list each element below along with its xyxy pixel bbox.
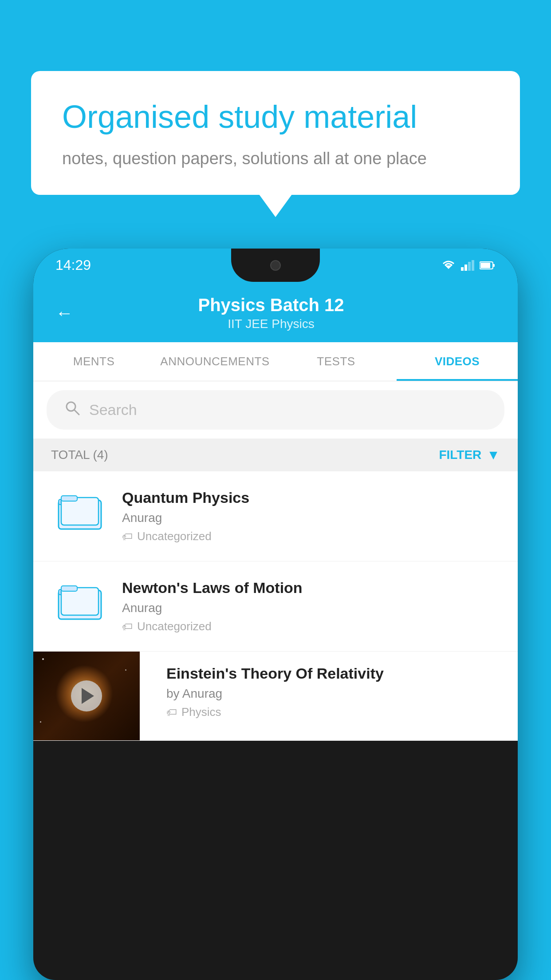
folder-thumbnail-1 <box>51 489 109 533</box>
speech-bubble-headline: Organised study material <box>62 98 489 136</box>
folder-thumbnail-2 <box>51 579 109 624</box>
video-tag-2: 🏷 Uncategorized <box>122 620 500 633</box>
tag-icon-1: 🏷 <box>122 530 133 543</box>
video-tag-3: 🏷 Physics <box>166 705 504 719</box>
video-title-1: Quantum Physics <box>122 489 500 506</box>
video-author-2: Anurag <box>122 601 500 615</box>
video-info-2: Newton's Laws of Motion Anurag 🏷 Uncateg… <box>122 579 500 633</box>
svg-rect-1 <box>461 267 464 271</box>
filter-label: FILTER <box>439 448 481 462</box>
svg-rect-13 <box>61 496 77 501</box>
video-info-1: Quantum Physics Anurag 🏷 Uncategorized <box>122 489 500 543</box>
filter-bar: TOTAL (4) FILTER ▼ <box>33 439 518 471</box>
search-container: Search <box>33 381 518 439</box>
status-bar: 14:29 <box>33 249 518 282</box>
svg-rect-7 <box>480 263 490 268</box>
tab-ments[interactable]: MENTS <box>33 342 154 381</box>
svg-rect-12 <box>61 498 98 525</box>
video-list: Quantum Physics Anurag 🏷 Uncategorized <box>33 471 518 741</box>
filter-button[interactable]: FILTER ▼ <box>439 447 500 462</box>
tab-videos[interactable]: VIDEOS <box>397 342 518 381</box>
list-item[interactable]: Einstein's Theory Of Relativity by Anura… <box>33 652 518 741</box>
svg-line-9 <box>75 410 79 415</box>
status-icons <box>441 260 496 271</box>
tab-tests[interactable]: TESTS <box>276 342 397 381</box>
filter-icon: ▼ <box>487 447 500 462</box>
svg-rect-4 <box>472 260 474 271</box>
play-button[interactable] <box>71 680 102 711</box>
video-info-3: Einstein's Theory Of Relativity by Anura… <box>153 652 518 732</box>
tag-icon-2: 🏷 <box>122 620 133 633</box>
video-title-2: Newton's Laws of Motion <box>122 579 500 597</box>
header-title-block: Physics Batch 12 IIT JEE Physics <box>87 295 456 331</box>
notch <box>231 249 320 282</box>
search-icon <box>64 400 80 420</box>
signal-icon <box>461 260 474 271</box>
camera <box>270 260 281 271</box>
total-label: TOTAL (4) <box>51 448 108 462</box>
tag-icon-3: 🏷 <box>166 706 177 719</box>
svg-rect-16 <box>61 588 98 615</box>
svg-rect-17 <box>61 586 77 591</box>
list-item[interactable]: Newton's Laws of Motion Anurag 🏷 Uncateg… <box>33 561 518 652</box>
video-author-3: by Anurag <box>166 687 504 701</box>
app-header: ← Physics Batch 12 IIT JEE Physics <box>33 282 518 342</box>
video-title-3: Einstein's Theory Of Relativity <box>166 665 504 682</box>
tab-announcements[interactable]: ANNOUNCEMENTS <box>154 342 276 381</box>
svg-rect-2 <box>464 265 467 271</box>
speech-bubble-subtext: notes, question papers, solutions all at… <box>62 149 489 168</box>
search-bar[interactable]: Search <box>47 390 504 430</box>
svg-rect-6 <box>493 264 495 267</box>
wifi-icon <box>441 260 456 271</box>
play-triangle-icon <box>82 688 94 704</box>
video-tag-1: 🏷 Uncategorized <box>122 530 500 543</box>
header-subtitle: IIT JEE Physics <box>87 317 456 331</box>
svg-marker-0 <box>445 265 452 269</box>
list-item[interactable]: Quantum Physics Anurag 🏷 Uncategorized <box>33 471 518 561</box>
phone-frame: 14:29 <box>33 249 518 980</box>
svg-rect-3 <box>468 262 471 271</box>
search-placeholder: Search <box>89 401 137 419</box>
speech-bubble: Organised study material notes, question… <box>31 71 520 195</box>
header-title: Physics Batch 12 <box>87 295 456 315</box>
status-time: 14:29 <box>55 257 91 273</box>
video-thumbnail-einstein <box>33 652 140 740</box>
back-button[interactable]: ← <box>55 303 73 323</box>
battery-icon <box>480 261 496 270</box>
video-author-1: Anurag <box>122 511 500 525</box>
tabs-container: MENTS ANNOUNCEMENTS TESTS VIDEOS <box>33 342 518 381</box>
